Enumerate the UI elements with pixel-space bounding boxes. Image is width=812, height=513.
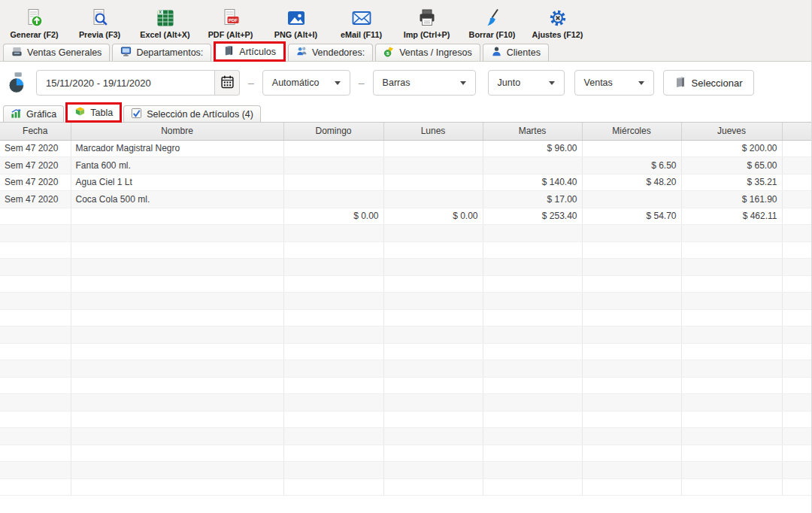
metric-dropdown[interactable]: Ventas [574, 70, 654, 96]
cell-filler [782, 241, 812, 259]
cell-miercoles [582, 377, 681, 394]
report-table: FechaNombreDomingoLunesMartesMiércolesJu… [0, 123, 812, 496]
clear-button[interactable]: Borrar (F10) [459, 2, 525, 42]
cell-miercoles [582, 428, 681, 445]
cell-fecha [0, 343, 71, 360]
cell-fecha [0, 309, 71, 326]
column-header-martes[interactable]: Martes [483, 123, 582, 140]
income-money-icon: $ [383, 46, 395, 59]
preview-button[interactable]: Previa (F3) [67, 2, 132, 42]
tab-ventas-generales[interactable]: Ventas Generales [3, 44, 110, 61]
cell-nombre: Agua Ciel 1 Lt [71, 174, 283, 191]
table-row[interactable]: Sem 47 2020Fanta 600 ml.$ 6.50$ 65.00 [0, 157, 812, 175]
settings-button[interactable]: Ajustes (F12) [525, 2, 590, 42]
chart-type-dropdown[interactable]: Barras [373, 70, 476, 96]
png-image-icon [286, 8, 306, 28]
report-pie-icon[interactable] [6, 71, 29, 94]
cell-miercoles [582, 478, 681, 496]
cell-filler [782, 411, 812, 428]
preview-label: Previa (F3) [79, 30, 120, 39]
cell-domingo [283, 428, 383, 445]
cell-filler [782, 360, 812, 378]
column-header-lunes[interactable]: Lunes [383, 123, 483, 140]
excel-label: Excel (Alt+X) [140, 30, 189, 39]
empty-row [0, 326, 812, 344]
column-header-nombre[interactable]: Nombre [71, 123, 283, 140]
table-row[interactable]: Sem 47 2020Coca Cola 500 ml.$ 17.00$ 161… [0, 191, 812, 208]
cell-lunes [383, 428, 483, 445]
cell-domingo [283, 360, 383, 378]
column-header-jueves[interactable]: Jueves [681, 123, 782, 140]
cell-miercoles [582, 225, 681, 242]
cell-jueves: $ 200.00 [681, 140, 782, 157]
dropdown-value: Barras [383, 77, 411, 88]
tab-ventas-ingresos[interactable]: $ Ventas / Ingresos [375, 44, 480, 61]
empty-row [0, 360, 812, 378]
cell-filler [782, 377, 812, 394]
subtab-grafica[interactable]: Gráfica [3, 105, 64, 122]
empty-row [0, 377, 812, 394]
cell-nombre [71, 241, 283, 259]
print-button[interactable]: Imp (Ctrl+P) [394, 2, 459, 42]
cell-miercoles [582, 259, 681, 276]
table-row[interactable]: Sem 47 2020Marcador Magistral Negro$ 96.… [0, 140, 812, 157]
cell-lunes [383, 241, 483, 259]
scale-mode-dropdown[interactable]: Automático [262, 70, 350, 96]
cell-martes [483, 445, 582, 462]
generate-button[interactable]: Generar (F2) [2, 2, 67, 42]
svg-text:X: X [159, 10, 162, 14]
cell-jueves [681, 445, 782, 462]
cell-miercoles [582, 360, 681, 378]
toolbar: Generar (F2) Previa (F3) X Excel (Alt+X)… [0, 0, 811, 42]
cell-filler [782, 191, 812, 208]
excel-export-button[interactable]: X Excel (Alt+X) [132, 2, 198, 42]
table-row[interactable]: Sem 47 2020Agua Ciel 1 Lt$ 140.40$ 48.20… [0, 174, 812, 191]
cell-nombre [71, 343, 283, 360]
cell-filler [782, 293, 812, 310]
column-header-domingo[interactable]: Domingo [283, 123, 383, 140]
pdf-export-button[interactable]: PDF PDF (Alt+P) [198, 2, 263, 42]
select-articles-button[interactable]: Seleccionar [663, 70, 754, 96]
cell-domingo [283, 241, 383, 259]
cell-lunes [383, 326, 483, 344]
cell-domingo [283, 309, 383, 326]
empty-row [0, 309, 812, 326]
subtab-label: Selección de Artículos (4) [147, 109, 253, 120]
cell-lunes [383, 259, 483, 276]
cell-jueves [681, 309, 782, 326]
cell-miercoles [582, 326, 681, 344]
cell-miercoles [582, 394, 681, 411]
tab-departamentos[interactable]: Departamentos: [112, 44, 211, 61]
cell-lunes: $ 0.00 [383, 208, 483, 225]
cell-nombre [71, 259, 283, 276]
cell-jueves [681, 343, 782, 360]
subtab-tabla[interactable]: Tabla [65, 102, 122, 123]
column-header-miercoles[interactable]: Miércoles [582, 123, 681, 140]
email-button[interactable]: eMail (F11) [329, 2, 394, 42]
tab-clientes[interactable]: Clientes [483, 44, 549, 61]
tab-label: Ventas / Ingresos [399, 47, 472, 58]
email-label: eMail (F11) [341, 30, 382, 39]
cell-martes [483, 478, 582, 496]
cell-lunes [383, 309, 483, 326]
tab-articulos[interactable]: Artículos [214, 41, 286, 62]
cell-martes: $ 253.40 [483, 208, 582, 225]
subtab-label: Gráfica [26, 109, 56, 120]
cell-domingo [283, 326, 383, 344]
cell-filler [782, 208, 812, 225]
cell-fecha: Sem 47 2020 [0, 191, 71, 208]
cell-nombre [71, 225, 283, 242]
cell-domingo [283, 343, 383, 360]
articles-book-icon [223, 45, 235, 59]
calendar-button[interactable] [215, 70, 240, 96]
date-range-input[interactable]: 15/11/2020 - 19/11/2020 [36, 70, 215, 96]
grouping-dropdown[interactable]: Junto [488, 70, 565, 96]
cell-miercoles: $ 48.20 [582, 174, 681, 191]
tab-vendedores[interactable]: Vendedores: [288, 44, 373, 61]
cell-jueves: $ 462.11 [681, 208, 782, 225]
cell-jueves [681, 394, 782, 411]
png-export-button[interactable]: PNG (Alt+I) [263, 2, 329, 42]
column-header-fecha[interactable]: Fecha [0, 123, 71, 140]
cell-lunes [383, 191, 483, 208]
subtab-seleccion-articulos[interactable]: Selección de Artículos (4) [123, 105, 261, 122]
